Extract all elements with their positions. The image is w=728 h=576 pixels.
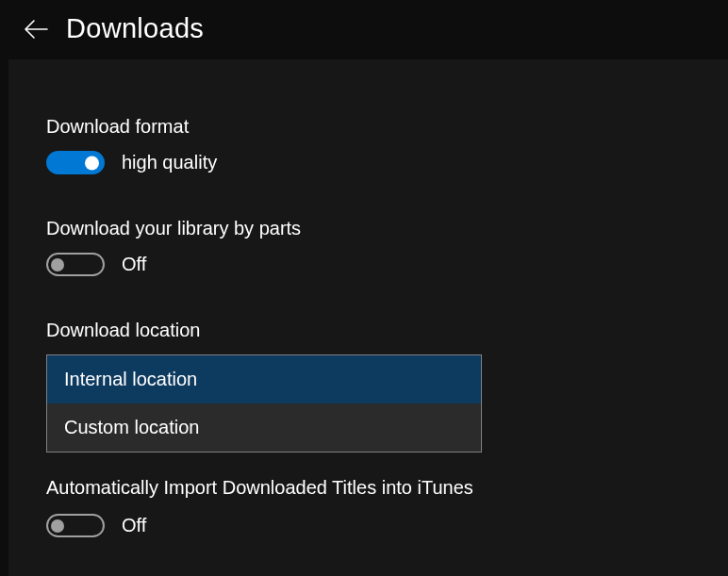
back-button[interactable] (23, 16, 49, 42)
toggle-knob (51, 258, 64, 272)
download-location-dropdown[interactable]: Internal location Custom location (46, 354, 482, 453)
library-parts-toggle-row: Off (46, 253, 690, 276)
itunes-import-label: Automatically Import Downloaded Titles i… (46, 477, 690, 499)
library-parts-value: Off (122, 254, 146, 275)
page-header: Downloads (0, 0, 728, 59)
itunes-import-setting: Automatically Import Downloaded Titles i… (46, 477, 690, 537)
itunes-import-value: Off (122, 515, 146, 536)
itunes-import-toggle[interactable] (46, 514, 105, 537)
toggle-knob (85, 156, 99, 170)
itunes-import-toggle-row: Off (46, 514, 690, 537)
arrow-left-icon (24, 19, 48, 40)
download-format-value: high quality (122, 152, 217, 173)
toggle-knob (51, 519, 64, 533)
download-format-toggle-row: high quality (46, 151, 690, 174)
dropdown-option-custom[interactable]: Custom location (47, 403, 481, 452)
download-format-label: Download format (46, 116, 690, 138)
download-location-setting: Download location Internal location Cust… (46, 320, 690, 453)
download-location-dropdown-container: Internal location Custom location (46, 354, 690, 453)
library-parts-setting: Download your library by parts Off (46, 218, 690, 276)
download-location-label: Download location (46, 320, 690, 341)
dropdown-option-internal[interactable]: Internal location (47, 355, 481, 403)
settings-content: Download format high quality Download yo… (8, 59, 728, 576)
download-format-setting: Download format high quality (46, 116, 690, 174)
page-title: Downloads (66, 13, 204, 44)
library-parts-label: Download your library by parts (46, 218, 690, 239)
library-parts-toggle[interactable] (46, 253, 105, 276)
download-format-toggle[interactable] (46, 151, 105, 174)
